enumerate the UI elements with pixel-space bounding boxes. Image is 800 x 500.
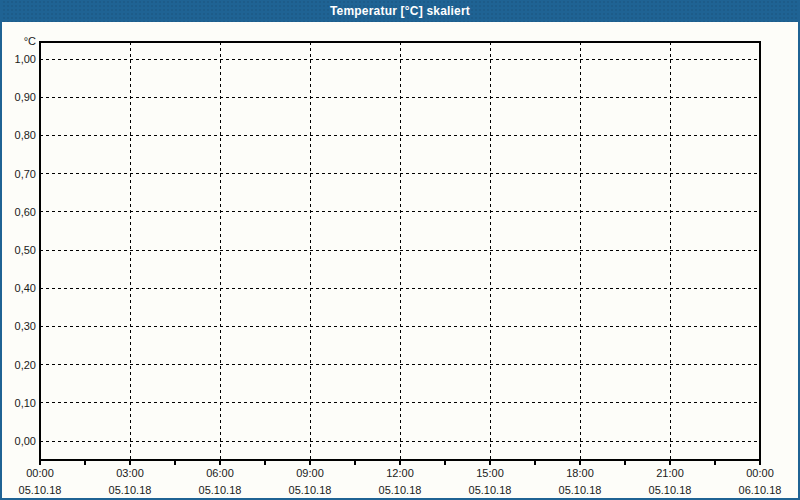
chart-window: Temperatur [°C] skaliert 1,000,900,800,7… <box>0 0 800 500</box>
x-tick-date-label: 05.10.18 <box>469 484 512 496</box>
x-tick-time-label: 00:00 <box>746 467 774 479</box>
x-tick-date-label: 05.10.18 <box>559 484 602 496</box>
x-tick-date-label: 05.10.18 <box>289 484 332 496</box>
y-tick-label: 0,00 <box>15 435 36 447</box>
x-tick-time-label: 09:00 <box>296 467 324 479</box>
y-tick-label: 0,30 <box>15 320 36 332</box>
x-tick-date-label: 05.10.18 <box>199 484 242 496</box>
y-tick-label: 0,80 <box>15 129 36 141</box>
x-tick-time-label: 03:00 <box>116 467 144 479</box>
y-tick-label: 0,10 <box>15 397 36 409</box>
y-tick-label: 0,50 <box>15 244 36 256</box>
x-tick-time-label: 18:00 <box>566 467 594 479</box>
x-tick-date-label: 05.10.18 <box>379 484 422 496</box>
y-tick-label: 0,70 <box>15 168 36 180</box>
y-tick-label: 0,60 <box>15 206 36 218</box>
x-tick-time-label: 21:00 <box>656 467 684 479</box>
x-tick-time-label: 12:00 <box>386 467 414 479</box>
y-axis-unit-label: °C <box>24 35 36 47</box>
y-tick-label: 1,00 <box>15 53 36 65</box>
x-tick-time-label: 00:00 <box>26 467 54 479</box>
x-tick-date-label: 06.10.18 <box>739 484 782 496</box>
x-tick-date-label: 05.10.18 <box>649 484 692 496</box>
plot-area: 1,000,900,800,700,600,500,400,300,200,10… <box>2 22 798 498</box>
chart-title: Temperatur [°C] skaliert <box>330 4 470 18</box>
y-tick-label: 0,20 <box>15 359 36 371</box>
y-tick-label: 0,40 <box>15 282 36 294</box>
x-tick-date-label: 05.10.18 <box>19 484 62 496</box>
x-tick-date-label: 05.10.18 <box>109 484 152 496</box>
chart-area: 1,000,900,800,700,600,500,400,300,200,10… <box>2 22 798 498</box>
y-tick-label: 0,90 <box>15 91 36 103</box>
chart-titlebar: Temperatur [°C] skaliert <box>2 0 798 22</box>
x-tick-time-label: 15:00 <box>476 467 504 479</box>
x-tick-time-label: 06:00 <box>206 467 234 479</box>
